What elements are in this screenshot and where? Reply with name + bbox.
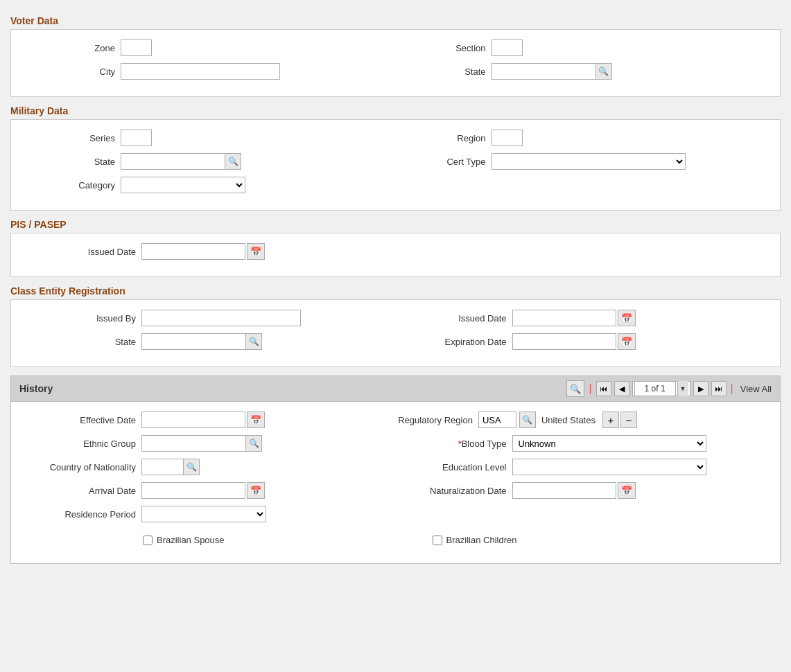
regulatory-region-input[interactable] xyxy=(478,412,516,428)
region-label: Region xyxy=(396,133,486,143)
military-data-title: Military Data xyxy=(10,105,781,116)
zone-label: Zone xyxy=(25,43,115,53)
zone-input[interactable] xyxy=(121,39,152,56)
page-display: 1 of 1 ▼ xyxy=(632,381,690,396)
naturalization-date-label: Naturalization Date xyxy=(396,486,507,496)
checkbox-row: Brazilian Spouse Brazilian Children xyxy=(143,535,516,545)
class-issued-date-input[interactable] xyxy=(512,310,616,326)
ethnic-group-search-btn[interactable]: 🔍 xyxy=(245,435,262,452)
effective-date-cal-btn[interactable]: 📅 xyxy=(247,412,265,428)
city-label: City xyxy=(25,67,115,77)
remove-row-btn[interactable]: − xyxy=(620,412,637,428)
education-level-label: Education Level xyxy=(396,462,507,472)
voter-state-input[interactable] xyxy=(492,63,596,80)
military-state-input[interactable] xyxy=(121,153,225,170)
effective-date-group: 📅 xyxy=(141,412,265,428)
ethnic-group-input[interactable] xyxy=(141,435,245,452)
add-remove-group: + − xyxy=(602,412,637,428)
country-label: Country of Nationality xyxy=(25,462,136,472)
history-body: Effective Date 📅 Regulatory Region 🔍 Uni… xyxy=(10,401,781,564)
class-state-field: 🔍 xyxy=(141,333,262,350)
pis-issued-date-cal-btn[interactable]: 📅 xyxy=(247,243,265,260)
view-all-link[interactable]: View All xyxy=(740,384,772,394)
voter-state-label: State xyxy=(396,67,486,77)
pis-issued-date-group: 📅 xyxy=(141,243,265,260)
voter-data-section: Zone Section City State 🔍 xyxy=(10,29,781,97)
voter-state-field: 🔍 xyxy=(492,63,612,80)
region-input[interactable] xyxy=(492,130,523,146)
arrival-date-input[interactable] xyxy=(141,482,245,499)
brazilian-children-checkbox[interactable] xyxy=(433,536,442,545)
pis-pasep-section: Issued Date 📅 xyxy=(10,233,781,277)
category-select[interactable] xyxy=(121,177,245,193)
brazilian-children-group: Brazilian Children xyxy=(433,535,517,545)
education-level-select[interactable] xyxy=(512,459,706,475)
history-header: History 🔍 | ⏮ ◀ 1 of 1 ▼ ▶ ⏭ | View All xyxy=(10,375,781,401)
military-state-field: 🔍 xyxy=(121,153,241,170)
naturalization-date-cal-btn[interactable]: 📅 xyxy=(618,482,636,499)
blood-type-label: *Blood Type xyxy=(396,439,507,449)
brazilian-spouse-label: Brazilian Spouse xyxy=(157,535,225,545)
effective-date-input[interactable] xyxy=(141,412,245,428)
history-search-btn[interactable]: 🔍 xyxy=(566,380,584,397)
cert-type-select[interactable] xyxy=(492,153,686,170)
nav-next-btn[interactable]: ▶ xyxy=(693,381,709,396)
country-search-btn[interactable]: 🔍 xyxy=(183,459,200,475)
ethnic-group-label: Ethnic Group xyxy=(25,439,136,449)
category-label: Category xyxy=(25,180,115,191)
pis-issued-date-input[interactable] xyxy=(141,243,245,260)
nav-sep-1: | xyxy=(589,382,591,395)
class-entity-title: Class Entity Registration xyxy=(10,285,781,297)
naturalization-date-input[interactable] xyxy=(512,482,616,499)
class-issued-date-cal-btn[interactable]: 📅 xyxy=(618,310,636,326)
cert-type-label: Cert Type xyxy=(396,157,486,167)
issued-by-label: Issued By xyxy=(25,313,136,324)
military-state-search-btn[interactable]: 🔍 xyxy=(225,153,241,170)
country-field: 🔍 xyxy=(141,459,200,475)
arrival-date-label: Arrival Date xyxy=(25,486,136,496)
pis-pasep-title: PIS / PASEP xyxy=(10,219,781,230)
expiration-date-cal-btn[interactable]: 📅 xyxy=(618,333,636,350)
blood-type-select[interactable]: Unknown A+ A- B+ B- AB+ AB- O+ O- xyxy=(512,435,706,452)
page-dropdown-btn[interactable]: ▼ xyxy=(677,381,688,396)
naturalization-date-group: 📅 xyxy=(512,482,636,499)
section-label: Section xyxy=(396,43,486,53)
issued-by-input[interactable] xyxy=(141,310,301,326)
brazilian-children-label: Brazilian Children xyxy=(446,535,517,545)
arrival-date-group: 📅 xyxy=(141,482,265,499)
class-issued-date-label: Issued Date xyxy=(396,313,507,324)
class-state-input[interactable] xyxy=(141,333,245,350)
section-input[interactable] xyxy=(492,39,523,56)
city-input[interactable] xyxy=(121,63,280,80)
expiration-date-group: 📅 xyxy=(512,333,636,350)
arrival-date-cal-btn[interactable]: 📅 xyxy=(247,482,265,499)
voter-data-title: Voter Data xyxy=(10,15,781,26)
regulatory-region-name: United States xyxy=(541,415,596,425)
add-row-btn[interactable]: + xyxy=(602,412,619,428)
ethnic-group-field: 🔍 xyxy=(141,435,262,452)
voter-state-search-btn[interactable]: 🔍 xyxy=(596,63,612,80)
nav-last-btn[interactable]: ⏭ xyxy=(711,381,727,396)
residence-period-select[interactable] xyxy=(141,506,266,522)
page-num: 1 of 1 xyxy=(634,381,676,396)
class-state-label: State xyxy=(25,337,136,347)
country-input[interactable] xyxy=(141,459,183,475)
military-data-section: Series Region State 🔍 Cert Type xyxy=(10,119,781,211)
brazilian-spouse-checkbox[interactable] xyxy=(143,536,153,545)
history-title: History xyxy=(19,383,53,394)
effective-date-label: Effective Date xyxy=(25,415,136,425)
nav-sep-2: | xyxy=(731,382,733,395)
series-input[interactable] xyxy=(121,130,152,146)
history-container: History 🔍 | ⏮ ◀ 1 of 1 ▼ ▶ ⏭ | View All xyxy=(10,375,781,564)
regulatory-region-search-btn[interactable]: 🔍 xyxy=(519,412,536,428)
regulatory-region-group: 🔍 United States xyxy=(478,412,596,428)
class-entity-section: Issued By Issued Date 📅 State 🔍 Exp xyxy=(10,299,781,367)
brazilian-spouse-group: Brazilian Spouse xyxy=(143,535,225,545)
nav-first-btn[interactable]: ⏮ xyxy=(596,381,611,396)
residence-period-label: Residence Period xyxy=(25,509,136,520)
expiration-date-input[interactable] xyxy=(512,333,616,350)
nav-prev-btn[interactable]: ◀ xyxy=(614,381,629,396)
class-state-search-btn[interactable]: 🔍 xyxy=(245,333,262,350)
expiration-date-label: Expiration Date xyxy=(396,337,507,347)
history-navigation: 🔍 | ⏮ ◀ 1 of 1 ▼ ▶ ⏭ | View All xyxy=(566,380,772,397)
